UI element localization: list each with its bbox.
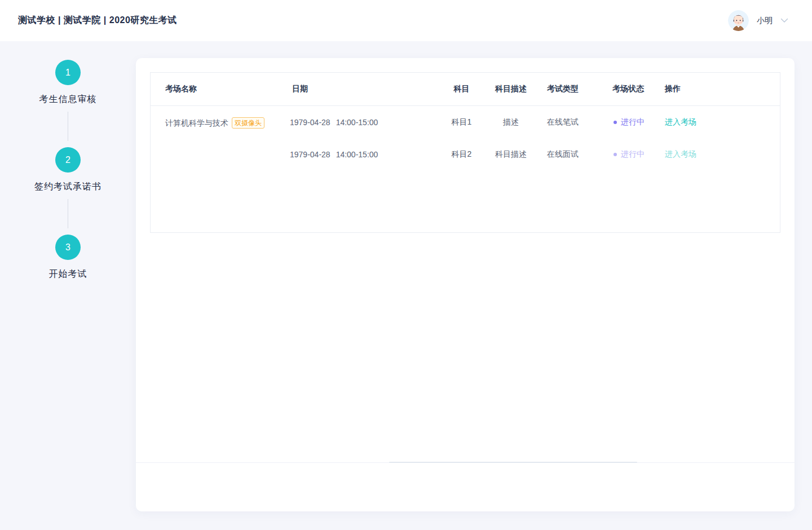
column-header-subject-desc: 科目描述: [483, 84, 539, 94]
exam-type: 在线笔试: [539, 117, 607, 127]
exam-list-card: 考场名称 日期 科目 科目描述 考试类型 考场状态 操作 计算机科学与技术双摄像…: [136, 58, 795, 511]
session-list: 1979-04-28 14:00-15:00 科目1 描述 在线笔试 进行中 进…: [285, 106, 780, 170]
session-date: 1979-04-28 14:00-15:00: [285, 150, 440, 159]
step-3-label: 开始考试: [49, 268, 87, 280]
avatar-boy-icon: [728, 10, 749, 31]
exam-room-name: 计算机科学与技术: [165, 118, 228, 127]
user-menu[interactable]: 小明: [728, 10, 788, 31]
step-1-circle: 1: [55, 60, 81, 85]
time-value: 14:00-15:00: [336, 150, 378, 159]
subject: 科目1: [440, 117, 483, 127]
step-connector: [68, 199, 68, 228]
date-value: 1979-04-28: [290, 118, 330, 127]
column-header-subject: 科目: [440, 84, 483, 94]
step-2: 2 签约考试承诺书: [34, 147, 102, 193]
step-3-circle: 3: [55, 235, 81, 260]
date-value: 1979-04-28: [290, 150, 330, 159]
column-header-date: 日期: [285, 84, 440, 94]
table-row: 计算机科学与技术双摄像头 1979-04-28 14:00-15:00 科目1 …: [151, 106, 780, 170]
step-connector: [68, 112, 68, 141]
step-3: 3 开始考试: [49, 235, 87, 280]
avatar: [728, 10, 749, 31]
status-badge: 进行中: [607, 117, 659, 127]
exam-room-name-cell: 计算机科学与技术双摄像头: [151, 106, 285, 170]
status-text: 进行中: [621, 117, 645, 127]
exam-stepper: 1 考生信息审核 2 签约考试承诺书 3 开始考试: [0, 41, 136, 280]
session-row-1: 1979-04-28 14:00-15:00 科目1 描述 在线笔试 进行中 进…: [285, 106, 780, 138]
status-badge: 进行中: [607, 149, 659, 160]
step-2-label: 签约考试承诺书: [34, 181, 102, 193]
action-cell: 进入考场: [659, 149, 780, 160]
page-title: 测试学校 | 测试学院 | 2020研究生考试: [18, 15, 177, 26]
enter-exam-link[interactable]: 进入考场: [665, 149, 696, 158]
session-date: 1979-04-28 14:00-15:00: [285, 118, 440, 127]
column-header-room-name: 考场名称: [151, 84, 285, 94]
enter-exam-link[interactable]: 进入考场: [665, 117, 696, 126]
user-name: 小明: [757, 16, 773, 26]
step-1: 1 考生信息审核: [39, 60, 97, 105]
exam-table: 考场名称 日期 科目 科目描述 考试类型 考场状态 操作 计算机科学与技术双摄像…: [150, 72, 780, 233]
step-2-circle: 2: [55, 147, 81, 173]
column-header-exam-type: 考试类型: [539, 84, 607, 94]
exam-table-header: 考场名称 日期 科目 科目描述 考试类型 考场状态 操作: [151, 73, 780, 106]
exam-type: 在线面试: [539, 149, 607, 160]
column-header-room-status: 考场状态: [607, 84, 659, 94]
chevron-down-icon: [780, 18, 788, 23]
subject: 科目2: [440, 149, 483, 160]
action-cell: 进入考场: [659, 117, 780, 127]
session-row-2: 1979-04-28 14:00-15:00 科目2 科目描述 在线面试 进行中…: [285, 138, 780, 170]
status-dot-icon: [614, 153, 617, 156]
app-header: 测试学校 | 测试学院 | 2020研究生考试 小明: [0, 0, 812, 41]
step-1-label: 考生信息审核: [39, 94, 97, 105]
column-header-action: 操作: [659, 84, 780, 94]
dual-camera-badge: 双摄像头: [232, 117, 264, 129]
status-text: 进行中: [621, 149, 645, 160]
subject-desc: 描述: [483, 117, 539, 127]
status-dot-icon: [614, 121, 617, 124]
subject-desc: 科目描述: [483, 149, 539, 160]
time-value: 14:00-15:00: [336, 118, 378, 127]
horizontal-scrollbar-thumb[interactable]: [389, 462, 637, 463]
